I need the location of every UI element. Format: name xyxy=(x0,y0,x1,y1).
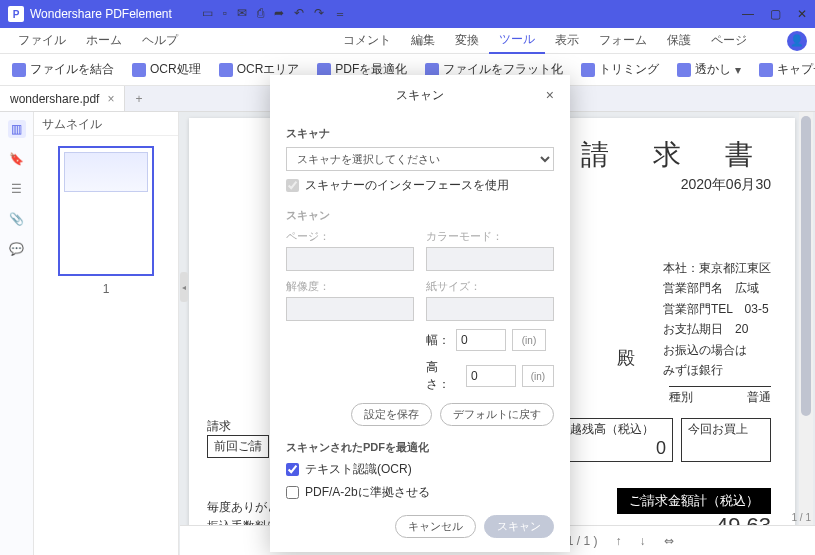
dialog-close-icon[interactable]: × xyxy=(546,87,554,103)
menu-protect[interactable]: 保護 xyxy=(657,28,701,53)
page-counter: 1 / 1 xyxy=(792,512,811,523)
tab-label: wondershare.pdf xyxy=(10,92,99,106)
close-icon[interactable]: ✕ xyxy=(797,7,807,21)
menu-form[interactable]: フォーム xyxy=(589,28,657,53)
page-select xyxy=(286,247,414,271)
mail-icon[interactable]: ✉ xyxy=(237,6,247,23)
menu-edit[interactable]: 編集 xyxy=(401,28,445,53)
open-icon[interactable]: ▭ xyxy=(202,6,213,23)
menu-help[interactable]: ヘルプ xyxy=(132,28,188,53)
title-bar: P Wondershare PDFelement ▭ ▫ ✉ ⎙ ➦ ↶ ↷ ＝… xyxy=(0,0,815,28)
scan-heading: スキャン xyxy=(286,208,554,223)
resolution-select xyxy=(286,297,414,321)
ocrarea-icon xyxy=(219,63,233,77)
merge-icon xyxy=(12,63,26,77)
bookmarks-icon[interactable]: 🔖 xyxy=(8,150,26,168)
scanner-select[interactable]: スキャナを選択してください xyxy=(286,147,554,171)
print-icon[interactable]: ⎙ xyxy=(257,6,264,23)
papersize-select xyxy=(426,297,554,321)
tb-watermark[interactable]: 透かし ▾ xyxy=(671,58,747,81)
width-unit[interactable]: (in) xyxy=(512,329,546,351)
file-tab[interactable]: wondershare.pdf × xyxy=(0,86,125,111)
left-rail: ▥ 🔖 ☰ 📎 💬 xyxy=(0,112,34,555)
tb-merge[interactable]: ファイルを結合 xyxy=(6,58,120,81)
save-icon[interactable]: ▫ xyxy=(223,6,227,23)
cancel-button[interactable]: キャンセル xyxy=(395,515,476,538)
maximize-icon[interactable]: ▢ xyxy=(770,7,781,21)
share-icon[interactable]: ➦ xyxy=(274,6,284,23)
fit-icon[interactable]: ⇔ xyxy=(660,534,678,548)
optimize-heading: スキャンされたPDFを最適化 xyxy=(286,440,554,455)
app-logo: P xyxy=(8,6,24,22)
menu-home[interactable]: ホーム xyxy=(76,28,132,53)
layers-icon[interactable]: ☰ xyxy=(8,180,26,198)
pdfa-checkbox[interactable]: PDF/A-2bに準拠させる xyxy=(286,484,554,501)
scan-button[interactable]: スキャン xyxy=(484,515,554,538)
total-label: ご請求金額計（税込） xyxy=(617,488,771,514)
tb-trim[interactable]: トリミング xyxy=(575,58,665,81)
doc-date: 2020年06月30 xyxy=(681,176,771,194)
comments-icon[interactable]: 💬 xyxy=(8,240,26,258)
save-settings-button[interactable]: 設定を保存 xyxy=(351,403,432,426)
thumbnail-page-number: 1 xyxy=(34,282,178,296)
doc-info: 本社：東京都江東区 営業部門名 広域 営業部門TEL 03-5 お支払期日 20… xyxy=(663,258,771,380)
ocr-icon xyxy=(132,63,146,77)
page-thumbnail[interactable] xyxy=(58,146,154,276)
thumbnail-header: サムネイル xyxy=(34,112,178,136)
undo-icon[interactable]: ↶ xyxy=(294,6,304,23)
use-scanner-ui-checkbox[interactable]: スキャナーのインターフェースを使用 xyxy=(286,177,554,194)
menu-view[interactable]: 表示 xyxy=(545,28,589,53)
height-input[interactable] xyxy=(466,365,516,387)
avatar[interactable]: 👤 xyxy=(787,31,807,51)
menu-tool[interactable]: ツール xyxy=(489,27,545,54)
menu-page[interactable]: ページ xyxy=(701,28,757,53)
height-unit[interactable]: (in) xyxy=(522,365,554,387)
dialog-title: スキャン × xyxy=(286,87,554,112)
new-tab-button[interactable]: + xyxy=(125,86,152,111)
scan-dialog: スキャン × スキャナ スキャナを選択してください スキャナーのインターフェース… xyxy=(270,75,570,552)
panel-splitter[interactable]: ◂ xyxy=(180,272,188,302)
menu-file[interactable]: ファイル xyxy=(8,28,76,53)
width-input[interactable] xyxy=(456,329,506,351)
quick-access-toolbar: ▭ ▫ ✉ ⎙ ➦ ↶ ↷ ＝ xyxy=(202,6,346,23)
color-select xyxy=(426,247,554,271)
doc-dono: 殿 xyxy=(617,346,635,370)
vertical-scrollbar[interactable] xyxy=(799,112,813,555)
menu-comment[interactable]: コメント xyxy=(333,28,401,53)
scanner-heading: スキャナ xyxy=(286,126,554,141)
thumbnail-panel: サムネイル 1 xyxy=(34,112,179,555)
next-page-icon[interactable]: ↓ xyxy=(636,534,650,548)
watermark-icon xyxy=(677,63,691,77)
minimize-icon[interactable]: ― xyxy=(742,7,754,21)
tb-capture[interactable]: キャプチャ xyxy=(753,58,815,81)
ocr-checkbox[interactable]: テキスト認識(OCR) xyxy=(286,461,554,478)
equal-icon[interactable]: ＝ xyxy=(334,6,346,23)
doc-type-table: 種別普通 xyxy=(669,386,771,408)
tab-close-icon[interactable]: × xyxy=(107,92,114,106)
trim-icon xyxy=(581,63,595,77)
attachments-icon[interactable]: 📎 xyxy=(8,210,26,228)
redo-icon[interactable]: ↷ xyxy=(314,6,324,23)
doc-title: 請 求 書 xyxy=(581,136,771,174)
capture-icon xyxy=(759,63,773,77)
thumbnails-icon[interactable]: ▥ xyxy=(8,120,26,138)
app-title: Wondershare PDFelement xyxy=(30,7,172,21)
reset-default-button[interactable]: デフォルトに戻す xyxy=(440,403,554,426)
menu-bar: ファイル ホーム ヘルプ コメント 編集 変換 ツール 表示 フォーム 保護 ペ… xyxy=(0,28,815,54)
tb-ocr[interactable]: OCR処理 xyxy=(126,58,207,81)
menu-convert[interactable]: 変換 xyxy=(445,28,489,53)
prev-page-icon[interactable]: ↑ xyxy=(612,534,626,548)
